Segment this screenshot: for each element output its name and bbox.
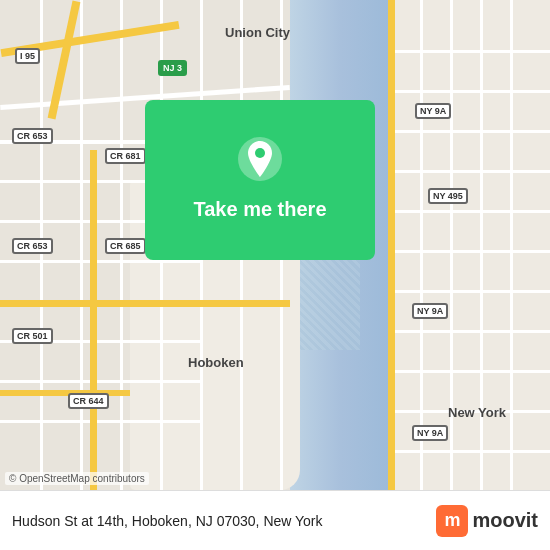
- location-overlay: Take me there: [145, 100, 375, 260]
- moovit-logo: m moovit: [436, 505, 538, 537]
- address-text: Hudson St at 14th, Hoboken, NJ 07030, Ne…: [12, 513, 436, 529]
- hoboken-label: Hoboken: [188, 355, 244, 370]
- svg-point-1: [255, 148, 265, 158]
- union-city-label: Union City: [225, 25, 290, 40]
- map-container: I 95 NJ 3 CR 653 CR 681 CR 653 CR 685 CR…: [0, 0, 550, 490]
- osm-credit: © OpenStreetMap contributors: [5, 472, 149, 485]
- info-bar: Hudson St at 14th, Hoboken, NJ 07030, Ne…: [0, 490, 550, 550]
- location-pin-icon: [236, 135, 284, 183]
- address-container: Hudson St at 14th, Hoboken, NJ 07030, Ne…: [12, 513, 436, 529]
- new-york-label: New York: [448, 405, 506, 420]
- moovit-icon: m: [436, 505, 468, 537]
- moovit-text: moovit: [472, 509, 538, 532]
- take-me-there-button[interactable]: Take me there: [183, 193, 336, 226]
